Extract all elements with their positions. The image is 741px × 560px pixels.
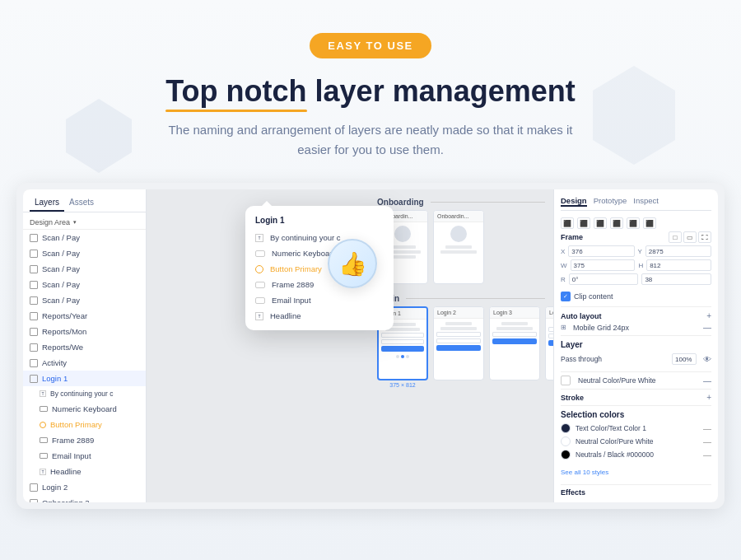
align-top-button[interactable]: ⬛ [610, 217, 623, 229]
popover-item[interactable]: Email Input [245, 292, 394, 308]
color-swatch-2[interactable] [561, 436, 571, 446]
extra-field[interactable]: 38 [641, 273, 711, 285]
easy-to-use-badge: EASY TO USE [310, 33, 431, 58]
w-field[interactable]: 375 [571, 259, 636, 271]
list-item[interactable]: Login 2 [23, 479, 146, 495]
r-field[interactable]: 0° [569, 273, 639, 285]
align-left-button[interactable]: ⬛ [561, 217, 574, 229]
eye-icon[interactable]: 👁 [703, 355, 711, 364]
y-field[interactable]: 2875 [645, 245, 711, 257]
tab-inspect[interactable]: Inspect [633, 196, 659, 207]
list-item[interactable]: Frame 2889 [23, 432, 146, 448]
list-item[interactable]: Reports/We [23, 339, 146, 355]
frame-expand-btn[interactable]: ⛶ [698, 231, 711, 243]
frame-thumb[interactable]: Login 3 [489, 306, 540, 380]
list-item[interactable]: Onboarding 3 [23, 495, 146, 502]
text-icon: T [255, 312, 263, 320]
frame-icon [255, 297, 265, 304]
frame-icon [255, 282, 265, 288]
grid-icon [30, 328, 38, 336]
auto-layout-row: Auto layout + [561, 306, 711, 320]
align-right-button[interactable]: ⬛ [594, 217, 607, 229]
stroke-row: Stroke + [561, 389, 711, 402]
heading-highlight: Top notch [165, 73, 306, 109]
frame-controls: □ ▭ ⛶ [669, 231, 711, 243]
frame-icon [40, 406, 48, 412]
distribute-v-button[interactable]: ⬛ [643, 217, 656, 229]
remove-grid-button[interactable]: — [703, 323, 711, 332]
see-all-styles-link[interactable]: See all 10 styles [561, 469, 608, 476]
opacity-field[interactable]: 100% [672, 353, 697, 365]
grid-icon [30, 343, 38, 352]
tab-prototype[interactable]: Prototype [594, 196, 627, 207]
color-swatch-1[interactable] [561, 423, 571, 433]
add-stroke-button[interactable]: + [706, 393, 711, 402]
login-frames-row: Login 1 [377, 306, 545, 388]
effects-label: Effects [561, 488, 585, 497]
align-center-button[interactable]: ⬛ [577, 217, 590, 229]
list-item[interactable]: Email Input [23, 448, 146, 464]
grid-icon: ⊞ [561, 324, 566, 331]
h-field[interactable]: 812 [646, 259, 711, 271]
list-item[interactable]: Reports/Mon [23, 324, 146, 339]
mockup-inner: Layers Assets Design Area ▾ Scan / Pay S… [23, 189, 718, 502]
list-item[interactable]: Scan / Pay [23, 230, 146, 245]
list-item[interactable]: Reports/Year [23, 308, 146, 324]
sidebar-item-login1[interactable]: Login 1 [23, 371, 146, 386]
sidebar-item-button-primary[interactable]: Button Primary [23, 417, 146, 432]
list-item[interactable]: Scan / Pay [23, 245, 146, 261]
color-row: Neutral Color/Pure White — [561, 436, 711, 446]
color-row: Text Color/Text Color 1 — [561, 423, 711, 433]
list-item[interactable]: THeadline [23, 464, 146, 479]
sidebar: Layers Assets Design Area ▾ Scan / Pay S… [23, 189, 147, 502]
distribute-h-button[interactable]: ⬛ [627, 217, 640, 229]
thumbs-up-emoji: 👍 [328, 239, 377, 288]
panel-tabs: Design Prototype Inspect [561, 196, 711, 211]
frame-section: Frame □ ▭ ⛶ X 376 Y 2875 [561, 231, 711, 285]
right-panel: Design Prototype Inspect ⬛ ⬛ ⬛ ⬛ ⬛ ⬛ [553, 189, 718, 502]
sidebar-tabs: Layers Assets [23, 189, 146, 212]
onboarding-section-label: Onboarding [377, 198, 545, 207]
frame-avatar [394, 226, 411, 242]
text-icon: T [255, 234, 263, 242]
frame-thumb[interactable]: Onboardin... [433, 210, 484, 284]
fill-swatch[interactable] [561, 376, 571, 385]
chevron-down-icon: ▾ [73, 219, 77, 226]
color-dash-2: — [703, 437, 711, 446]
remove-fill-button[interactable]: — [703, 376, 711, 385]
color-row: Neutrals / Black #000000 — [561, 450, 711, 460]
x-field[interactable]: 376 [568, 245, 634, 257]
text-icon: T [40, 469, 46, 475]
grid-icon [30, 499, 38, 503]
login-section-label: Login [377, 294, 545, 303]
tab-assets[interactable]: Assets [64, 194, 99, 212]
grid-icon [30, 234, 38, 242]
mobile-grid-label: Mobile Grid 24px [573, 324, 629, 332]
color-swatch-3[interactable] [561, 450, 571, 460]
frame-thumb[interactable]: Login 2 [433, 306, 484, 380]
frame-ratio-btn[interactable]: ▭ [683, 231, 697, 243]
color-dash-1: — [703, 424, 711, 433]
list-item[interactable]: Numeric Keyboard [23, 401, 146, 417]
list-item[interactable]: Scan / Pay [23, 261, 146, 277]
list-item[interactable]: TBy continuing your c [23, 386, 146, 401]
frame-resize-btn[interactable]: □ [669, 231, 682, 243]
list-item[interactable]: Activity [23, 355, 146, 371]
clip-content-checkbox[interactable]: ✓ [561, 292, 571, 301]
fill-row: Neutral Color/Pure White — [561, 371, 711, 385]
design-area-label: Design Area [30, 218, 70, 226]
add-auto-layout-button[interactable]: + [706, 311, 711, 320]
design-area-dropdown[interactable]: Design Area ▾ [23, 216, 146, 230]
frame-thumb[interactable]: Login 4 [545, 306, 553, 380]
layer-section-title: Layer [561, 340, 711, 349]
popover-item[interactable]: T Headline [245, 308, 394, 324]
color-name-2: Neutral Color/Pure White [576, 437, 653, 446]
selection-colors-section: Selection colors Text Color/Text Color 1… [561, 405, 711, 478]
tab-layers[interactable]: Layers [30, 194, 64, 212]
list-item[interactable]: Scan / Pay [23, 277, 146, 292]
popover-item[interactable]: T By continuing your c [245, 230, 394, 245]
list-item[interactable]: Scan / Pay [23, 292, 146, 308]
tab-design[interactable]: Design [561, 196, 587, 207]
popover-title: Login 1 [245, 212, 394, 230]
main-heading: Top notch layer management [165, 73, 575, 109]
